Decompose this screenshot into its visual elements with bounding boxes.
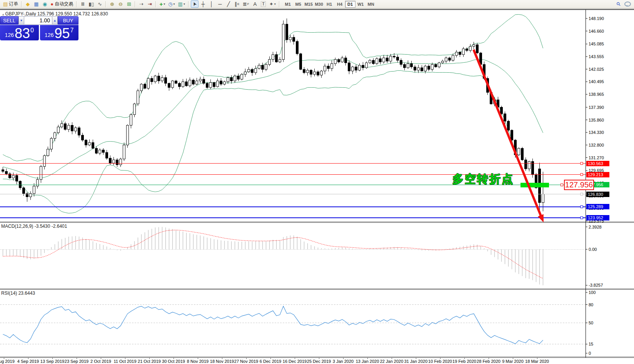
chat-icon xyxy=(624,2,631,7)
navigator-button[interactable]: ◉ xyxy=(41,0,48,8)
horizontal-line-icon: ─ xyxy=(218,2,222,7)
tile-windows-button[interactable]: ⊞ xyxy=(125,0,133,8)
chevron-down-icon: ▾ xyxy=(174,2,175,6)
zoom-in-icon: ⊕ xyxy=(110,2,114,7)
mt4-window: 148.190146.660145.085143.555142.025140.4… xyxy=(0,0,634,364)
autotrading-icon: ● xyxy=(50,2,53,7)
new-chart-button[interactable]: +▾ xyxy=(158,0,166,8)
autotrading-button[interactable]: ●自动交易 xyxy=(49,0,74,8)
sell-price-main: 83 xyxy=(15,28,30,39)
sell-price-display[interactable]: 126 83 0 xyxy=(0,25,39,40)
toolbar: ▤订单◆▦◉●自动交易Ⅲ▮▯∿⊕⊖⊞⇢⇥+▾◷▾▥▾➤┼│─╱∥E≣FAT✦▾M… xyxy=(0,0,634,8)
chevron-down-icon: ▾ xyxy=(184,2,185,6)
buy-price-main: 95 xyxy=(54,28,70,39)
auto-scroll-button[interactable]: ⇢ xyxy=(137,0,145,8)
timeframe-m5[interactable]: M5 xyxy=(293,1,304,8)
resistance-line-129213-anchor xyxy=(581,174,583,176)
toolbar-separator xyxy=(21,1,22,7)
macd-indicator xyxy=(3,227,543,286)
line-chart-button[interactable]: ∿ xyxy=(96,0,103,8)
indicator-gridlines xyxy=(0,250,586,344)
community-chat-button[interactable] xyxy=(623,0,632,8)
autotrading-button-label: 自动交易 xyxy=(55,1,73,7)
candlestick-chart-button[interactable]: ▮▯ xyxy=(87,0,95,8)
support-line-125289-anchor xyxy=(581,205,583,208)
auto-scroll-icon: ⇢ xyxy=(139,2,143,7)
timeframe-mn[interactable]: MN xyxy=(366,1,376,8)
volume-increase-button[interactable]: ▲ xyxy=(52,16,58,25)
price-label-connector xyxy=(561,184,563,186)
bar-chart-button[interactable]: Ⅲ xyxy=(79,0,87,8)
timeframe-h1[interactable]: H1 xyxy=(324,1,335,8)
crosshair-button[interactable]: ┼ xyxy=(199,0,207,8)
collapse-icon: ▴ xyxy=(2,12,4,16)
text-label-button[interactable]: T xyxy=(260,0,267,8)
channel-button[interactable]: ∥E xyxy=(233,0,241,8)
zoom-out-button[interactable]: ⊖ xyxy=(117,0,124,8)
toolbar-separator xyxy=(155,1,156,7)
buy-price-display[interactable]: 126 95 7 xyxy=(40,25,79,40)
toolbar-separator xyxy=(279,1,280,7)
crosshair-icon: ┼ xyxy=(201,2,205,7)
text-icon: A xyxy=(253,2,257,7)
tile-windows-icon: ⊞ xyxy=(127,2,131,7)
vertical-line-icon: │ xyxy=(210,2,213,7)
toolbar-separator xyxy=(105,1,106,7)
symbol-search-button[interactable]: ⚲ xyxy=(615,0,622,8)
chart-shift-button[interactable]: ⇥ xyxy=(146,0,153,8)
zoom-out-icon: ⊖ xyxy=(118,2,123,7)
timeframe-d1[interactable]: D1 xyxy=(345,1,355,8)
market-watch-icon: ◆ xyxy=(26,2,30,7)
volume-input[interactable] xyxy=(24,16,52,25)
new-chart-icon: + xyxy=(159,2,163,7)
volume-decrease-button[interactable]: ▼ xyxy=(18,16,24,25)
buy-price-prefix: 126 xyxy=(45,32,53,38)
template-chart-icon: ▥ xyxy=(178,2,183,7)
fibonacci-button[interactable]: ≣F xyxy=(242,0,250,8)
vertical-line-button[interactable]: │ xyxy=(208,0,215,8)
current-price-line-anchor xyxy=(581,193,583,195)
trendline-button[interactable]: ╱ xyxy=(225,0,232,8)
new-order-button[interactable]: ▤订单 xyxy=(2,0,19,8)
trend-arrow[interactable] xyxy=(474,50,544,222)
bar-chart-icon: Ⅲ xyxy=(81,2,85,7)
one-click-trading-panel: SELL ▼ ▲ BUY 126 83 0 126 95 7 xyxy=(0,16,78,40)
horizontal-line-button[interactable]: ─ xyxy=(216,0,224,8)
chart-surface[interactable] xyxy=(0,0,634,364)
timeframe-m1[interactable]: M1 xyxy=(283,1,293,8)
resistance-line-130563-anchor xyxy=(581,162,583,165)
search-icon: ⚲ xyxy=(616,1,622,7)
macd-signal-line xyxy=(3,230,543,279)
toolbar-separator xyxy=(188,1,189,7)
zoom-in-button[interactable]: ⊕ xyxy=(108,0,116,8)
cursor-button[interactable]: ➤ xyxy=(191,0,199,8)
text-button[interactable]: A xyxy=(251,0,259,8)
highlight-bar[interactable] xyxy=(521,183,549,187)
clock-icon: ◷ xyxy=(168,2,172,7)
rsi-label: RSI(14) 23.6443 xyxy=(1,291,35,296)
buy-price-pip: 7 xyxy=(70,27,74,34)
cursor-icon: ➤ xyxy=(192,1,198,7)
timeframe-m30[interactable]: M30 xyxy=(314,1,324,8)
buy-button[interactable]: BUY xyxy=(58,16,78,25)
period-button[interactable]: ◷▾ xyxy=(167,0,176,8)
timeframe-w1[interactable]: W1 xyxy=(355,1,366,8)
annotation-text[interactable]: 多空转折点 xyxy=(452,172,514,187)
chart-title-text: GBPJPY-,Daily 125.796 129.550 124.732 12… xyxy=(5,11,108,17)
line-chart-icon: ∿ xyxy=(98,2,102,7)
navigator-icon: ◉ xyxy=(43,2,47,7)
price-level-label[interactable]: 127.956 xyxy=(564,180,594,190)
templates-button[interactable]: ▥▾ xyxy=(177,0,186,8)
macd-label: MACD(12,26,9) -3.5430 -2.6401 xyxy=(1,224,67,229)
new-order-button-label: 订单 xyxy=(9,1,18,7)
equidistant-channel-icon-subscript: E xyxy=(237,2,239,6)
market-watch-button[interactable]: ◆ xyxy=(24,0,32,8)
candlestick-chart-icon: ▮▯ xyxy=(88,2,94,7)
toolbar-separator xyxy=(76,1,77,7)
arrows-button[interactable]: ✦▾ xyxy=(268,0,277,8)
timeframe-h4[interactable]: H4 xyxy=(335,1,345,8)
sell-button[interactable]: SELL xyxy=(0,16,18,25)
timeframe-m15[interactable]: M15 xyxy=(304,1,314,8)
data-window-button[interactable]: ▦ xyxy=(32,0,40,8)
equidistant-channel-icon: ∥ xyxy=(235,2,237,7)
